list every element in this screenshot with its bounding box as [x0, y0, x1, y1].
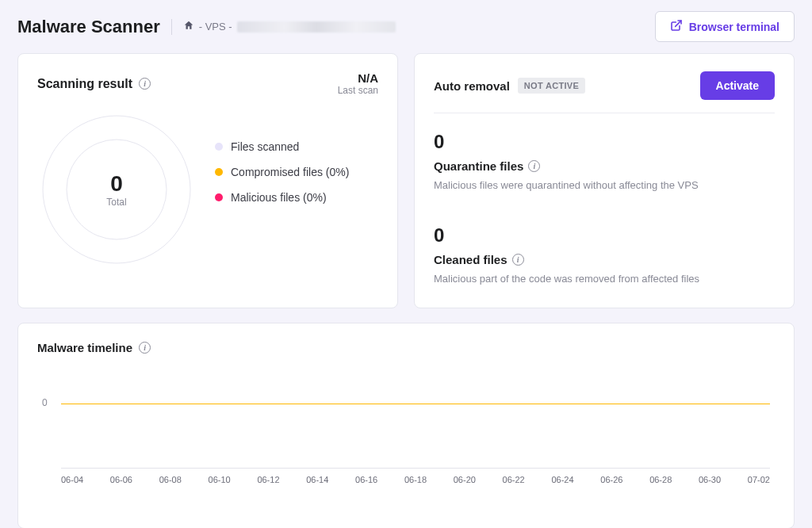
y-axis-tick: 0 [42, 397, 48, 408]
activate-button[interactable]: Activate [700, 71, 775, 100]
auto-removal-card: Auto removal NOT ACTIVE Activate 0 Quara… [414, 53, 795, 308]
quarantine-count: 0 [434, 131, 775, 153]
info-icon[interactable]: i [528, 160, 540, 172]
x-axis-tick: 07-02 [748, 475, 770, 484]
quarantine-metric: 0 Quarantine files i Malicious files wer… [434, 131, 775, 191]
cleaned-desc: Malicious part of the code was removed f… [434, 273, 775, 285]
dot-icon [215, 193, 223, 201]
scanning-result-card: Scanning result i N/A Last scan 0 Total [17, 53, 398, 308]
x-axis: 06-0406-0606-0806-1006-1206-1406-1606-18… [61, 468, 770, 484]
x-axis-tick: 06-16 [355, 475, 377, 484]
cleaned-count: 0 [434, 224, 775, 247]
info-icon[interactable]: i [139, 78, 151, 90]
legend-label: Files scanned [231, 140, 299, 153]
legend-label: Malicious files (0%) [231, 191, 327, 204]
legend-files-scanned: Files scanned [215, 140, 349, 153]
cleaned-metric: 0 Cleaned files i Malicious part of the … [434, 224, 775, 285]
x-axis-tick: 06-18 [404, 475, 427, 484]
cleaned-title: Cleaned files [434, 253, 508, 266]
legend-malicious: Malicious files (0%) [215, 191, 349, 204]
x-axis-tick: 06-30 [699, 475, 721, 484]
browser-terminal-label: Browser terminal [689, 21, 779, 33]
breadcrumb-vps-prefix: - VPS - [199, 21, 232, 33]
browser-terminal-button[interactable]: Browser terminal [655, 11, 795, 42]
malware-timeline-card: Malware timeline i 0 06-0406-0606-0806-1… [17, 323, 795, 528]
timeline-series-line [61, 404, 770, 404]
breadcrumb-hostname-redacted [237, 21, 396, 33]
info-icon[interactable]: i [512, 254, 524, 266]
x-axis-tick: 06-14 [306, 475, 328, 484]
page-title: Malware Scanner [17, 17, 160, 37]
x-axis-tick: 06-22 [503, 475, 525, 484]
scan-total-label: Total [106, 197, 126, 208]
x-axis-tick: 06-24 [551, 475, 573, 484]
dot-icon [215, 143, 223, 151]
legend-label: Compromised files (0%) [231, 166, 349, 178]
x-axis-tick: 06-26 [600, 475, 622, 484]
info-icon[interactable]: i [139, 342, 151, 354]
quarantine-title: Quarantine files [434, 159, 523, 173]
external-link-icon [670, 19, 683, 34]
breadcrumb: - VPS - [183, 20, 396, 33]
scan-total-number: 0 [110, 171, 123, 197]
x-axis-tick: 06-06 [110, 475, 132, 484]
legend-compromised: Compromised files (0%) [215, 166, 349, 178]
timeline-chart: 0 06-0406-0606-0806-1006-1206-1406-1606-… [37, 404, 775, 484]
dot-icon [215, 168, 223, 176]
x-axis-tick: 06-04 [61, 475, 83, 484]
last-scan-label: Last scan [338, 85, 378, 96]
x-axis-tick: 06-20 [454, 475, 476, 484]
header-divider [171, 19, 172, 35]
x-axis-tick: 06-28 [649, 475, 672, 484]
quarantine-desc: Malicious files were quarantined without… [434, 179, 775, 191]
scanning-result-title: Scanning result [37, 77, 132, 91]
last-scan-value: N/A [338, 71, 378, 85]
malware-timeline-title: Malware timeline [37, 341, 132, 354]
x-axis-tick: 06-08 [159, 475, 182, 484]
status-badge: NOT ACTIVE [518, 78, 585, 94]
x-axis-tick: 06-10 [209, 475, 231, 484]
home-icon[interactable] [183, 20, 194, 33]
x-axis-tick: 06-12 [257, 475, 279, 484]
scan-legend: Files scanned Compromised files (0%) Mal… [215, 140, 349, 204]
auto-removal-title: Auto removal [434, 79, 510, 93]
scan-donut-chart: 0 Total [37, 110, 196, 269]
